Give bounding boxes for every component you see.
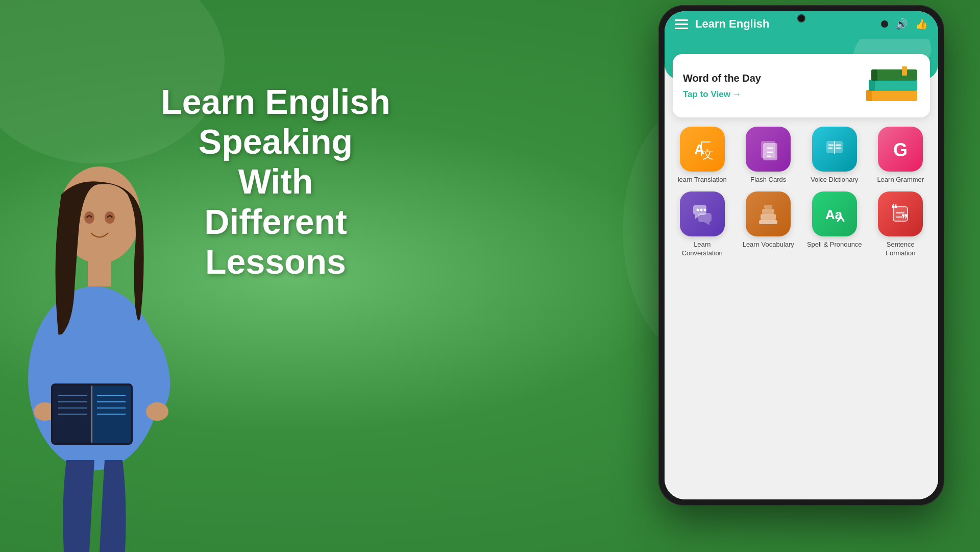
feature-item-learn-conversation[interactable]: Learn Converstation bbox=[673, 191, 732, 258]
word-of-day-content: Word of the Day Tap to View → bbox=[683, 73, 761, 100]
svg-point-6 bbox=[146, 402, 168, 421]
svg-rect-53 bbox=[761, 214, 776, 220]
menu-line bbox=[675, 23, 688, 25]
like-icon[interactable]: 👍 bbox=[915, 18, 928, 30]
sound-icon[interactable]: 🔊 bbox=[895, 18, 908, 30]
feature-item-learn-translation[interactable]: A文learn Translation bbox=[673, 127, 732, 184]
svg-rect-23 bbox=[869, 80, 917, 91]
feature-icon-flash-cards bbox=[746, 127, 791, 172]
title-dot bbox=[881, 20, 888, 28]
feature-label-sentence-formation: Sentence Formation bbox=[871, 241, 930, 258]
feature-icon-sentence-formation: ❝❞ bbox=[878, 191, 923, 236]
svg-point-50 bbox=[700, 208, 702, 211]
menu-line bbox=[675, 19, 688, 21]
svg-rect-47 bbox=[698, 213, 712, 222]
feature-label-learn-vocabulary: Learn Vocabulary bbox=[743, 241, 794, 249]
feature-icon-spell-pronounce: Aa bbox=[812, 191, 857, 236]
feature-icon-learn-conversation bbox=[680, 191, 725, 236]
book-stack-icon bbox=[864, 65, 920, 106]
phone-screen: Learn English 🔊 👍 bbox=[665, 11, 938, 499]
menu-button[interactable] bbox=[675, 19, 688, 29]
menu-line bbox=[675, 28, 688, 29]
features-grid: A文learn TranslationFlash CardsVoice Dict… bbox=[673, 127, 930, 258]
feature-item-learn-vocabulary[interactable]: Learn Vocabulary bbox=[739, 191, 798, 258]
feature-label-flash-cards: Flash Cards bbox=[750, 176, 786, 184]
header-actions: 🔊 👍 bbox=[895, 18, 928, 30]
hero-text-block: Learn English Speaking With Different Le… bbox=[133, 82, 419, 281]
svg-rect-22 bbox=[866, 90, 872, 101]
svg-rect-24 bbox=[869, 80, 875, 91]
svg-rect-55 bbox=[764, 205, 772, 209]
svg-rect-4 bbox=[88, 256, 111, 286]
svg-text:G: G bbox=[893, 139, 908, 160]
word-of-day-title: Word of the Day bbox=[683, 73, 761, 84]
svg-point-3 bbox=[105, 211, 115, 224]
feature-item-learn-grammar[interactable]: GLearn Grammer bbox=[871, 127, 930, 184]
phone-frame: Learn English 🔊 👍 bbox=[658, 5, 944, 506]
svg-text:文: 文 bbox=[702, 148, 714, 160]
svg-rect-52 bbox=[759, 220, 777, 224]
phone-mockup: Learn English 🔊 👍 bbox=[653, 5, 949, 526]
svg-point-49 bbox=[696, 208, 699, 211]
svg-rect-21 bbox=[866, 90, 917, 101]
screen-content: Word of the Day Tap to View → bbox=[665, 39, 938, 499]
svg-rect-26 bbox=[871, 69, 877, 81]
feature-label-learn-grammar: Learn Grammer bbox=[877, 176, 924, 184]
feature-item-sentence-formation[interactable]: ❝❞Sentence Formation bbox=[871, 191, 930, 258]
feature-icon-voice-dictionary bbox=[812, 127, 857, 172]
hero-subtitle-different: Different bbox=[204, 202, 347, 241]
feature-icon-learn-vocabulary bbox=[746, 191, 791, 236]
svg-rect-59 bbox=[893, 207, 908, 221]
feature-label-spell-pronounce: Spell & Pronounce bbox=[807, 241, 862, 249]
feature-item-flash-cards[interactable]: Flash Cards bbox=[739, 127, 798, 184]
hero-title: Learn English bbox=[161, 82, 390, 121]
feature-icon-learn-grammar: G bbox=[878, 127, 923, 172]
hero-subtitle-lessons: Lessons bbox=[205, 242, 346, 281]
feature-item-voice-dictionary[interactable]: Voice Dictionary bbox=[805, 127, 864, 184]
feature-item-spell-pronounce[interactable]: AaSpell & Pronounce bbox=[805, 191, 864, 258]
svg-point-2 bbox=[84, 211, 94, 224]
app-title: Learn English bbox=[695, 17, 872, 31]
tap-to-view-link[interactable]: Tap to View → bbox=[683, 89, 761, 100]
svg-text:Aa: Aa bbox=[825, 207, 843, 222]
svg-rect-25 bbox=[871, 69, 917, 81]
svg-marker-48 bbox=[704, 222, 709, 225]
phone-camera bbox=[797, 14, 805, 22]
svg-point-51 bbox=[703, 208, 706, 211]
feature-label-voice-dictionary: Voice Dictionary bbox=[811, 176, 858, 184]
feature-label-learn-conversation: Learn Converstation bbox=[673, 241, 732, 258]
feature-icon-learn-translation: A文 bbox=[680, 127, 725, 172]
feature-label-learn-translation: learn Translation bbox=[678, 176, 727, 184]
svg-rect-54 bbox=[762, 209, 774, 214]
hero-subtitle-speaking: Speaking bbox=[199, 122, 353, 161]
hero-subtitle-with: With bbox=[238, 162, 313, 201]
word-of-day-card[interactable]: Word of the Day Tap to View → bbox=[673, 54, 930, 117]
